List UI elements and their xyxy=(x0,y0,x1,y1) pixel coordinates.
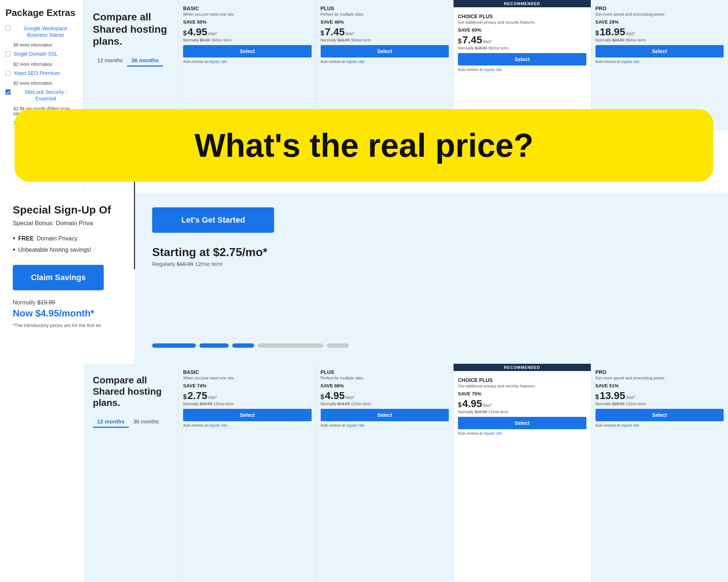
price-basic-bottom: $ 2.75 /mo* xyxy=(183,390,312,402)
plan-name-basic-bottom: BASIC xyxy=(183,369,312,375)
normal-price-pro-top: Normally $26.99 36/mo term xyxy=(596,38,724,42)
starting-term: 12/mo term xyxy=(195,261,223,267)
progress-bar-5 xyxy=(327,343,349,348)
sidebar-item-yoast[interactable]: Yoast SEO Premium xyxy=(5,70,78,76)
normally-text: Normally $19.99 xyxy=(13,299,122,306)
yellow-banner-text: What's the real price? xyxy=(194,129,534,162)
save-basic-bottom: SAVE 74% xyxy=(183,383,312,388)
google-workspace-detail: $6 more information xyxy=(13,43,78,48)
normal-price-plus-top: Normally $13.99 36/mo term xyxy=(321,38,449,42)
select-plus-top[interactable]: Select xyxy=(321,45,449,57)
plan-name-basic-top: BASIC xyxy=(183,5,312,11)
normal-price-basic-bottom: Normally $10.99 12/mo term xyxy=(183,402,312,406)
special-offer-subtitle: Special Bonus: Domain Priva xyxy=(13,220,122,227)
tab-12months-bottom[interactable]: 12 months xyxy=(93,416,129,428)
auto-renew-choice-bottom: Auto-renews at regular rate xyxy=(458,431,586,435)
yellow-banner: What's the real price? xyxy=(15,109,713,182)
price-plus-bottom: $ 4.95 /mo* xyxy=(321,390,449,402)
price-pro-top: $ 18.95 /mo* xyxy=(596,26,724,38)
yoast-label: Yoast SEO Premium xyxy=(13,70,60,76)
plan-desc-basic-top: When you just need one site. xyxy=(183,12,312,16)
select-basic-top[interactable]: Select xyxy=(183,45,312,57)
plan-desc-choice-bottom: Get additional privacy and security feat… xyxy=(458,384,586,388)
checkbox-google-workspace[interactable] xyxy=(5,26,11,31)
progress-bars-area xyxy=(134,327,728,364)
progress-bar-1 xyxy=(152,343,196,348)
plan-name-pro-bottom: PRO xyxy=(596,369,724,375)
auto-renew-plus-top: Auto-renews at regular rate xyxy=(321,60,449,64)
auto-renew-pro-bottom: Auto-renews at regular rate xyxy=(596,423,724,427)
regular-rate-link-basic-bottom[interactable]: regular rate xyxy=(209,423,227,427)
sidebar-item-google-workspace[interactable]: Google Workspace Business Starter xyxy=(5,25,78,38)
bullet-list: FREE Domain Privacy Unbeatable hosting s… xyxy=(13,234,122,254)
price-basic-top: $ 4.95 /mo* xyxy=(183,26,312,38)
recommended-badge-top: RECOMMENDED xyxy=(454,0,591,7)
regular-rate-link-pro-bottom[interactable]: regular rate xyxy=(621,423,640,427)
plan-name-pro-top: PRO xyxy=(596,5,724,11)
bullet-free-privacy: FREE Domain Privacy xyxy=(13,234,122,243)
google-workspace-label: Google Workspace Business Starter xyxy=(13,25,78,38)
free-label: FREE xyxy=(18,235,34,242)
ssl-label: Single Domain SSL xyxy=(13,51,58,57)
regular-rate-link-plus-bottom[interactable]: regular rate xyxy=(346,423,365,427)
save-pro-bottom: SAVE 51% xyxy=(596,383,724,388)
select-pro-top[interactable]: Select xyxy=(596,45,724,57)
auto-renew-plus-bottom: Auto-renews at regular rate xyxy=(321,423,449,427)
save-plus-top: SAVE 46% xyxy=(321,19,449,25)
starting-price: Starting at $2.75/mo* xyxy=(152,246,710,259)
plan-name-plus-top: PLUS xyxy=(321,5,449,11)
yoast-detail: $2 more information xyxy=(13,81,78,86)
save-plus-bottom: SAVE 66% xyxy=(321,383,449,388)
plan-plus-bottom: PLUS Perfect for multiple sites. SAVE 66… xyxy=(316,364,454,582)
select-choice-top[interactable]: Select xyxy=(458,53,586,65)
plan-desc-plus-top: Perfect for multiple sites. xyxy=(321,12,449,16)
auto-renew-pro-top: Auto-renews at regular rate xyxy=(596,60,724,64)
checkbox-yoast[interactable] xyxy=(5,71,11,76)
select-choice-bottom[interactable]: Select xyxy=(458,417,586,429)
bottom-plan-columns: BASIC When you just need one site. SAVE … xyxy=(178,364,728,582)
normal-price-pro-bottom: Normally $28.99 12/mo term xyxy=(596,402,724,406)
checkbox-sitelock[interactable] xyxy=(5,89,11,95)
regular-rate-link-pro-top[interactable]: regular rate xyxy=(621,60,640,64)
top-tab-group: 12 months 36 months xyxy=(93,55,169,67)
ssl-detail: $2 more information xyxy=(13,62,78,67)
plan-name-choice-bottom: CHOICE PLUS xyxy=(458,377,586,383)
sidebar-item-ssl[interactable]: Single Domain SSL xyxy=(5,51,78,57)
middle-left-panel: Special Sign-Up Of Special Bonus: Domain… xyxy=(0,193,135,364)
plan-desc-pro-top: Get more speed and processing power. xyxy=(596,12,724,16)
sitelock-label: SiteLock Security - Essential xyxy=(13,89,78,102)
price-pro-bottom: $ 13.95 /mo* xyxy=(596,390,724,402)
plan-desc-pro-bottom: Get more speed and processing power. xyxy=(596,376,724,380)
bullet-savings: Unbeatable hosting savings! xyxy=(13,246,122,254)
regular-rate-link-plus-top[interactable]: regular rate xyxy=(346,60,365,64)
plan-name-plus-bottom: PLUS xyxy=(321,369,449,375)
get-started-button[interactable]: Let's Get Started xyxy=(152,207,274,233)
price-choice-top: $ 7.45 /mo* xyxy=(458,34,586,46)
select-pro-bottom[interactable]: Select xyxy=(596,409,724,421)
plan-desc-basic-bottom: When you just need one site. xyxy=(183,376,312,380)
special-offer-heading: Special Sign-Up Of xyxy=(13,204,122,216)
select-basic-bottom[interactable]: Select xyxy=(183,409,312,421)
checkbox-ssl[interactable] xyxy=(5,51,11,56)
regular-rate-link-basic-top[interactable]: regular rate xyxy=(209,60,227,64)
disclaimer-text: *The introductory prices are for the fir… xyxy=(13,323,122,328)
select-plus-bottom[interactable]: Select xyxy=(321,409,449,421)
bottom-tab-group: 12 months 36 months xyxy=(93,416,169,428)
save-choice-bottom: SAVE 75% xyxy=(458,391,586,396)
price-plus-top: $ 7.45 /mo* xyxy=(321,26,449,38)
recommended-badge-bottom: RECOMMENDED xyxy=(454,364,591,371)
plan-choice-plus-bottom: RECOMMENDED CHOICE PLUS Get additional p… xyxy=(453,364,591,582)
tab-36months-top[interactable]: 36 months xyxy=(127,55,163,67)
normal-price-basic-top: Normally $9.99 36/mo term xyxy=(183,38,312,42)
auto-renew-basic-top: Auto-renews at regular rate xyxy=(183,60,312,64)
claim-savings-button[interactable]: Claim Savings xyxy=(13,265,104,290)
tab-12months-top[interactable]: 12 months xyxy=(93,55,127,67)
sidebar-item-sitelock[interactable]: SiteLock Security - Essential xyxy=(5,89,78,102)
plan-pro-bottom: PRO Get more speed and processing power.… xyxy=(591,364,728,582)
plan-desc-plus-bottom: Perfect for multiple sites. xyxy=(321,376,449,380)
tab-36months-bottom[interactable]: 36 months xyxy=(129,416,163,428)
regular-rate-link-choice-bottom[interactable]: regular rate xyxy=(483,431,502,435)
bottom-compare-heading: Compare all Shared hosting plans. xyxy=(93,375,169,409)
regular-rate-link-choice-top[interactable]: regular rate xyxy=(483,68,502,72)
sidebar-title: Package Extras xyxy=(5,7,78,19)
